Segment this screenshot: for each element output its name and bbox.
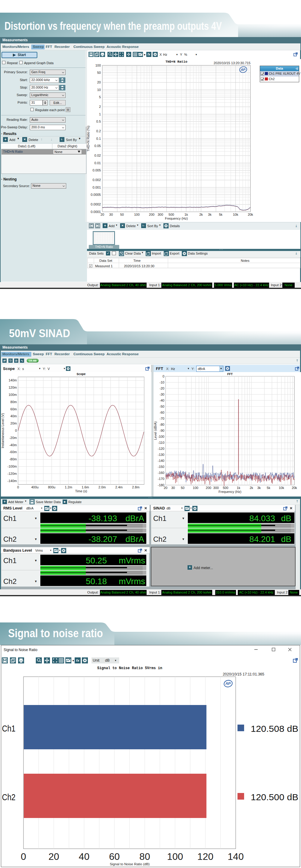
svg-text:1.2m: 1.2m: [65, 485, 72, 489]
svg-text:-160: -160: [158, 471, 164, 474]
svg-text:5k: 5k: [267, 486, 270, 490]
svg-text:-150: -150: [158, 465, 164, 468]
svg-text:10: 10: [97, 88, 101, 92]
svg-text:-70: -70: [160, 417, 164, 420]
svg-text:10k: 10k: [233, 213, 238, 216]
svg-text:FFT: FFT: [227, 373, 233, 376]
svg-text:Signal to noise ratio: Signal to noise ratio: [8, 627, 103, 640]
svg-text:400u: 400u: [31, 485, 38, 489]
svg-text:fx: fx: [147, 53, 150, 56]
svg-text:2.0m: 2.0m: [98, 485, 106, 489]
svg-text:-140: -140: [158, 459, 164, 462]
svg-text:Ch2: Ch2: [2, 793, 15, 802]
svg-text:-60m: -60m: [9, 450, 17, 454]
svg-text:Frequency (Hz): Frequency (Hz): [219, 490, 241, 494]
svg-text:3k: 3k: [208, 213, 211, 216]
svg-text:50: 50: [120, 213, 124, 216]
svg-text:-10: -10: [160, 380, 164, 384]
svg-text:120.508 dB: 120.508 dB: [251, 724, 298, 734]
svg-text:20m: 20m: [10, 422, 17, 425]
svg-text:Frequency (Hz): Frequency (Hz): [165, 217, 188, 220]
svg-text:140: 140: [228, 851, 243, 862]
svg-text:-130: -130: [158, 453, 164, 457]
svg-text:2020/10/15 17:11:01.365: 2020/10/15 17:11:01.365: [223, 672, 264, 676]
svg-text:0.0001: 0.0001: [91, 210, 101, 214]
svg-text:120.500 dB: 120.500 dB: [251, 792, 298, 802]
svg-text:Time (s): Time (s): [75, 489, 87, 493]
svg-text:AP: AP: [240, 68, 246, 71]
svg-text:-80: -80: [160, 423, 164, 426]
svg-text:140m: 140m: [8, 378, 17, 382]
svg-text:20: 20: [164, 486, 167, 490]
svg-text:20k: 20k: [292, 486, 297, 490]
svg-text:30: 30: [109, 213, 113, 216]
svg-text:-120: -120: [158, 447, 164, 451]
svg-text:20: 20: [48, 851, 59, 862]
svg-text:3k: 3k: [257, 486, 261, 490]
svg-text:-50: -50: [160, 405, 164, 408]
svg-text:Signal to Noise Ratio (dB): Signal to Noise Ratio (dB): [110, 862, 149, 866]
svg-text:-30: -30: [160, 393, 164, 396]
svg-text:-40m: -40m: [9, 443, 17, 447]
svg-text:0.001: 0.001: [92, 186, 101, 189]
svg-text:30: 30: [171, 486, 175, 490]
svg-text:-60: -60: [160, 411, 164, 414]
svg-text:0: 0: [21, 851, 26, 862]
svg-text:200: 200: [206, 486, 211, 490]
svg-text:0.005: 0.005: [92, 168, 101, 172]
svg-text:80m: 80m: [10, 400, 17, 404]
svg-text:THD+N Ratio (%): THD+N Ratio (%): [87, 126, 90, 152]
svg-text:Scope: Scope: [76, 373, 86, 376]
svg-text:10k: 10k: [279, 486, 284, 490]
svg-text:120: 120: [197, 851, 213, 862]
svg-text:40m: 40m: [10, 414, 17, 418]
svg-text:Signal to Noise Ratio 5Vrms i: Signal to Noise Ratio 5Vrms in: [97, 666, 162, 670]
svg-text:-180: -180: [158, 483, 164, 487]
svg-text:-110: -110: [158, 441, 164, 444]
svg-text:0.0005: 0.0005: [91, 193, 101, 196]
svg-text:100: 100: [167, 851, 183, 862]
svg-text:100m: 100m: [8, 393, 17, 397]
svg-text:300: 300: [158, 213, 163, 216]
svg-text:-140m: -140m: [7, 479, 17, 483]
svg-text:0.05: 0.05: [95, 144, 101, 148]
svg-text:-20: -20: [160, 386, 164, 390]
svg-text:-120m: -120m: [7, 472, 17, 475]
svg-text:Ch1: Ch1: [2, 724, 15, 733]
svg-text:-40: -40: [160, 399, 164, 402]
svg-text:120m: 120m: [8, 385, 17, 389]
svg-text:-170: -170: [158, 477, 164, 480]
svg-text:50: 50: [181, 486, 185, 490]
svg-text:800u: 800u: [48, 485, 55, 489]
svg-text:20: 20: [97, 81, 101, 84]
svg-text:AP: AP: [225, 682, 231, 686]
svg-text:20: 20: [101, 213, 104, 216]
svg-text:300: 300: [213, 486, 219, 490]
svg-text:-100m: -100m: [7, 465, 17, 468]
svg-text:200: 200: [149, 213, 155, 216]
svg-text:2.8m: 2.8m: [132, 485, 139, 489]
svg-text:-20m: -20m: [9, 436, 17, 440]
svg-text:0.1: 0.1: [96, 137, 101, 141]
svg-text:50: 50: [97, 71, 101, 74]
svg-text:5: 5: [99, 95, 101, 99]
svg-text:2k: 2k: [249, 486, 253, 490]
svg-text:2: 2: [99, 105, 101, 108]
svg-text:40: 40: [79, 851, 90, 862]
svg-text:0.0002: 0.0002: [91, 203, 101, 206]
svg-text:0.01: 0.01: [95, 161, 101, 165]
svg-text:20k: 20k: [248, 213, 253, 216]
svg-text:0: 0: [15, 429, 17, 432]
svg-text:-90: -90: [160, 429, 164, 432]
svg-text:0.002: 0.002: [92, 178, 101, 182]
svg-text:2020/10/15 13:20:30.715: 2020/10/15 13:20:30.715: [214, 61, 250, 65]
svg-text:0.02: 0.02: [95, 154, 101, 157]
svg-text:-100: -100: [158, 435, 164, 438]
svg-text:100: 100: [95, 64, 101, 67]
svg-text:1k: 1k: [185, 213, 188, 216]
svg-text:-80m: -80m: [9, 457, 17, 461]
svg-text:0: 0: [163, 374, 164, 378]
svg-text:1: 1: [99, 113, 101, 116]
svg-text:2k: 2k: [199, 213, 203, 216]
svg-text:2.4m: 2.4m: [115, 485, 123, 489]
